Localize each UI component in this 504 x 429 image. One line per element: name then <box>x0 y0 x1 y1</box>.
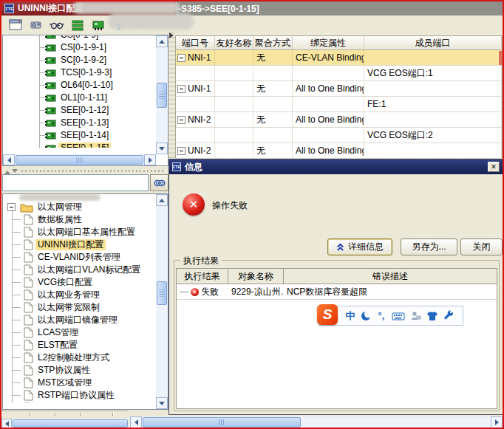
tree-connector-stub <box>39 110 45 111</box>
cell-member: VCG EOS端口:2 <box>364 128 502 143</box>
column-header[interactable]: 执行结果 <box>177 269 228 284</box>
tree-node-cs0191[interactable]: CS[0-1-9-1] <box>3 41 156 54</box>
nav-item-14[interactable]: RSTP端口协议属性 <box>3 389 156 402</box>
column-header[interactable]: 错误描述 <box>284 269 497 284</box>
scroll-thumb[interactable] <box>143 417 301 428</box>
tree-node-label: OL1[0-1-11] <box>58 92 109 103</box>
scroll-thumb[interactable] <box>157 281 167 305</box>
list-toolbar-button[interactable] <box>68 16 87 34</box>
cell-value: 无 <box>256 114 265 126</box>
ports-table-row[interactable]: NNI-1无CE-VLAN Binding <box>176 50 502 66</box>
nav-item-5[interactable]: VCG接口配置 <box>3 276 156 289</box>
column-header[interactable]: 绑定属性 <box>293 36 364 50</box>
tree-node-see0112[interactable]: SEE[0-1-12] <box>3 104 156 117</box>
scroll-thumb[interactable] <box>13 419 128 428</box>
tree-node-see0115[interactable]: SEE[0-1-15] <box>3 142 156 148</box>
row-expander-icon[interactable] <box>177 54 185 62</box>
close-button[interactable]: 关闭 <box>460 238 503 255</box>
row-expander-icon[interactable] <box>177 116 185 124</box>
search-input[interactable] <box>2 174 149 191</box>
scroll-up-button[interactable] <box>156 35 168 47</box>
ports-table-row[interactable]: VCG EOS端口:2 <box>176 128 502 143</box>
row-expander-icon[interactable] <box>177 147 185 155</box>
nav-item-10[interactable]: ELST配置 <box>3 339 156 351</box>
dialog-close-button[interactable]: ✕ <box>488 162 500 172</box>
keyboard-icon[interactable] <box>391 309 406 323</box>
column-header[interactable]: 对象名称 <box>228 269 284 284</box>
tree-node-sc0192[interactable]: SC[0-1-9-2] <box>3 54 156 66</box>
details-button[interactable]: 详细信息 <box>327 238 392 255</box>
group-label: 执行结果 <box>180 255 222 267</box>
moon-icon[interactable] <box>360 310 372 322</box>
nav-item-11[interactable]: L2控制帧处理方式 <box>3 351 156 364</box>
page-icon <box>24 277 33 288</box>
nav-item-6[interactable]: 以太网业务管理 <box>3 289 156 301</box>
column-header[interactable]: 成员端口 <box>364 36 502 50</box>
tree-node-cs019[interactable]: CS[0-1-9] <box>3 35 156 41</box>
tree-node-ol640110[interactable]: OL64[0-1-10] <box>3 79 156 92</box>
tree-node-ol10111[interactable]: OL1[0-1-11] <box>3 92 156 104</box>
glasses-toolbar-button[interactable] <box>47 16 67 34</box>
panel-splitter[interactable] <box>2 168 168 174</box>
window-toolbar-button[interactable] <box>6 16 25 34</box>
ports-table-row[interactable]: UNI-1无All to One Binding <box>176 81 502 97</box>
scroll-thumb[interactable] <box>157 83 167 108</box>
scroll-left-button[interactable] <box>130 416 142 428</box>
column-header[interactable]: 友好名称 <box>215 36 253 50</box>
nav-item-0[interactable]: 数据板属性 <box>3 213 156 226</box>
splitter-collapse-up-icon[interactable] <box>4 168 10 174</box>
nav-item-12[interactable]: STP协议属性 <box>3 364 156 377</box>
tree-node-ethernet-management[interactable]: 以太网管理 <box>3 201 156 213</box>
nav-item-3[interactable]: CE-VLANID列表管理 <box>3 251 156 264</box>
column-header[interactable]: 聚合方式 <box>253 36 293 50</box>
cell-aggregation: 无 <box>253 143 293 158</box>
wrench-icon[interactable] <box>442 309 457 323</box>
column-header[interactable]: 端口号 <box>176 36 215 50</box>
scroll-right-button[interactable] <box>144 154 156 165</box>
tree-node-see0113[interactable]: SEE[0-1-13] <box>3 117 156 129</box>
tree-node-tcs0193[interactable]: TCS[0-1-9-3] <box>3 66 156 79</box>
scroll-right-button[interactable] <box>491 416 503 428</box>
tree-node-label: 以太网端口镜像管理 <box>35 315 120 326</box>
scroll-down-button[interactable] <box>156 397 168 409</box>
chinese-mode-icon[interactable]: 中 <box>343 309 358 323</box>
error-icon: ✕ <box>183 193 205 216</box>
info-dialog: ZTE 信息 ✕ ✕ 操作失败 详细信息 另存为... 关闭 执行结果 执行结果… <box>168 159 504 415</box>
content-splitter[interactable] <box>168 32 175 158</box>
scroll-up-button[interactable] <box>156 194 168 206</box>
scroll-left-button[interactable] <box>3 154 15 165</box>
scroll-thumb[interactable] <box>16 155 143 165</box>
ports-table-row[interactable]: NNI-2无All to One Binding <box>176 112 502 128</box>
tree-connector-stub <box>39 60 45 61</box>
scroll-down-button[interactable] <box>156 143 168 154</box>
sogou-logo-icon[interactable]: S <box>317 304 338 325</box>
nav-item-8[interactable]: 以太网端口镜像管理 <box>3 314 156 326</box>
device-toolbar-button[interactable] <box>27 16 46 34</box>
punctuation-icon[interactable]: °, <box>374 309 389 323</box>
skin-icon[interactable] <box>425 309 440 323</box>
nav-item-4[interactable]: 以太网端口VLAN标记配置 <box>3 264 156 276</box>
save-as-button[interactable]: 另存为... <box>401 238 457 255</box>
tree-node-label: PVSTP端口协议属性设置 <box>35 402 140 403</box>
ports-table-row[interactable]: FE:1 <box>176 97 502 112</box>
nav-item-1[interactable]: 以太网端口基本属性配置 <box>3 226 156 238</box>
ports-table-row[interactable]: VCG EOS端口:1 <box>176 66 502 81</box>
dialog-title-bar[interactable]: ZTE 信息 <box>169 159 503 174</box>
cell-member <box>364 143 502 158</box>
ports-table-row[interactable]: UNI-2无All to One Binding <box>176 143 502 159</box>
search-button[interactable] <box>150 174 168 191</box>
nav-item-2[interactable]: UNINNI接口配置 <box>3 238 156 251</box>
nav-item-9[interactable]: LCAS管理 <box>3 326 156 339</box>
nav-item-15[interactable]: PVSTP端口协议属性设置 <box>3 402 156 403</box>
nav-item-13[interactable]: MST区域管理 <box>3 377 156 389</box>
nav-item-7[interactable]: 以太网带宽限制 <box>3 301 156 314</box>
result-row[interactable]: — ✕ 失败 9229-凉山州... NCP数据库容量超限 <box>177 284 497 300</box>
cell-aggregation: 无 <box>253 81 293 96</box>
binoculars-icon <box>153 178 166 188</box>
tree-node-label: SEE[0-1-15] <box>58 143 111 148</box>
tree-node-see0114[interactable]: SEE[0-1-14] <box>3 129 156 142</box>
board-tree-panel: CS[0-1-9]CS[0-1-9-1]SC[0-1-9-2]TCS[0-1-9… <box>2 35 168 166</box>
board-toolbar-button[interactable] <box>89 16 108 34</box>
row-expander-icon[interactable] <box>177 85 185 93</box>
user-icon[interactable] <box>408 309 423 323</box>
